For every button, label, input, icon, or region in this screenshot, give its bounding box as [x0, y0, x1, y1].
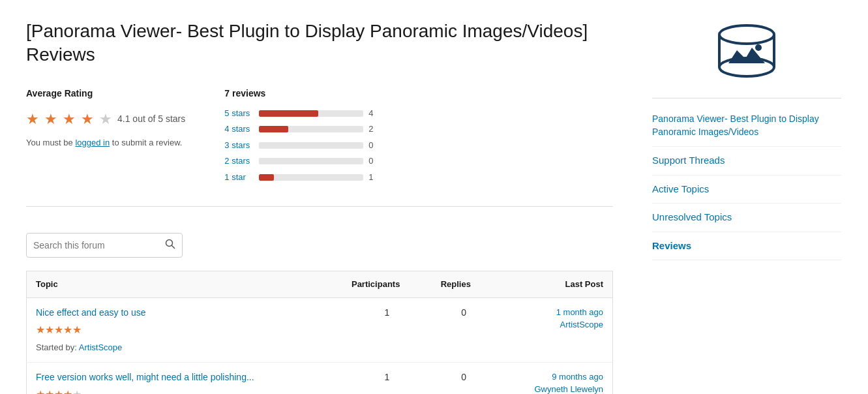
login-note: You must be logged in to submit a review… [26, 136, 185, 149]
bar-label-0[interactable]: 5 stars [224, 107, 254, 120]
login-link[interactable]: logged in [75, 138, 110, 147]
bar-track-2 [259, 142, 363, 149]
table-row: Free version works well, might need a li… [27, 362, 613, 394]
bar-label-2[interactable]: 3 stars [224, 139, 254, 152]
bar-fill-0 [259, 110, 318, 117]
search-button[interactable] [158, 234, 182, 257]
topic-star-0-4: ★ [72, 324, 82, 335]
star-4: ★ [81, 108, 94, 130]
topics-table: Topic Participants Replies Last Post Nic… [26, 271, 613, 394]
sidebar-link-reviews[interactable]: Reviews [652, 232, 841, 261]
bar-row-4: 1 star1 [224, 171, 613, 184]
topic-stars-0: ★★★★★ [36, 322, 333, 338]
bar-label-1[interactable]: 4 stars [224, 123, 254, 136]
search-wrapper [26, 233, 183, 258]
star-2: ★ [44, 108, 57, 130]
star-5: ★ [99, 108, 112, 130]
ratings-section: Average Rating ★ ★ ★ ★ ★ 4.1 out of 5 st… [26, 87, 613, 207]
col-replies: Replies [432, 271, 496, 298]
topic-star-0-3: ★ [63, 324, 72, 335]
topic-star-0-0: ★ [36, 324, 45, 335]
plugin-logo [714, 20, 779, 85]
last-post-user-1: Gwyneth Llewelyn [505, 383, 603, 394]
topic-stars-1: ★★★★★ [36, 387, 333, 394]
avg-score: 4.1 out of 5 stars [117, 112, 185, 126]
last-post-time-0: 1 month ago [505, 306, 603, 319]
topic-star-1-4: ★ [72, 389, 82, 394]
bar-track-4 [259, 174, 363, 181]
star-1: ★ [26, 108, 39, 130]
topic-star-1-3: ★ [63, 389, 72, 394]
last-post-cell-0: 1 month agoArtistScope [496, 297, 613, 362]
page-title: [Panorama Viewer- Best Plugin to Display… [26, 20, 613, 67]
topic-star-1-2: ★ [54, 389, 63, 394]
last-post-time-1: 9 months ago [505, 371, 603, 384]
search-input[interactable] [27, 235, 158, 256]
bar-count-3: 0 [368, 155, 378, 168]
avg-rating-block: Average Rating ★ ★ ★ ★ ★ 4.1 out of 5 st… [26, 87, 185, 187]
col-participants: Participants [342, 271, 432, 298]
svg-point-7 [755, 44, 762, 51]
bar-row-0: 5 stars4 [224, 107, 613, 120]
topic-star-1-1: ★ [45, 389, 54, 394]
topic-title-0[interactable]: Nice effect and easy to use [36, 306, 333, 320]
sidebar-top-divider [652, 98, 841, 98]
search-icon [165, 239, 175, 249]
replies-cell-0: 0 [432, 297, 496, 362]
bar-track-0 [259, 110, 363, 117]
topics-table-body: Nice effect and easy to use★★★★★Started … [27, 297, 613, 394]
participants-cell-1: 1 [342, 362, 432, 394]
search-section [26, 226, 613, 258]
topic-cell-1: Free version works well, might need a li… [27, 362, 342, 394]
sidebar-link-support[interactable]: Support Threads [652, 147, 841, 175]
sidebar-link-active[interactable]: Active Topics [652, 175, 841, 204]
bar-label-4[interactable]: 1 star [224, 171, 254, 184]
bar-count-4: 1 [368, 171, 378, 184]
bar-track-3 [259, 158, 363, 164]
replies-cell-1: 0 [432, 362, 496, 394]
plugin-logo-svg [714, 23, 779, 82]
col-topic: Topic [27, 271, 342, 298]
started-by-0: Started by: ArtistScope [36, 342, 122, 352]
bar-count-0: 4 [368, 107, 378, 120]
bar-row-1: 4 stars2 [224, 123, 613, 136]
last-post-cell-1: 9 months agoGwyneth Llewelyn [496, 362, 613, 394]
bar-row-2: 3 stars0 [224, 139, 613, 152]
topic-star-1-0: ★ [36, 389, 45, 394]
bar-fill-4 [259, 174, 273, 181]
svg-point-2 [719, 25, 774, 44]
bar-track-1 [259, 126, 363, 132]
sidebar-plugin-link[interactable]: Panorama Viewer- Best Plugin to Display … [652, 105, 841, 147]
reviews-total: 7 reviews [224, 87, 613, 100]
topic-cell-0: Nice effect and easy to use★★★★★Started … [27, 297, 342, 362]
bar-count-1: 2 [368, 123, 378, 136]
bar-label-3[interactable]: 2 stars [224, 155, 254, 168]
stars-display: ★ ★ ★ ★ ★ 4.1 out of 5 stars [26, 108, 185, 130]
participants-cell-0: 1 [342, 297, 432, 362]
table-row: Nice effect and easy to use★★★★★Started … [27, 297, 613, 362]
topics-table-header: Topic Participants Replies Last Post [27, 271, 613, 298]
star-3: ★ [63, 108, 76, 130]
bar-row-3: 2 stars0 [224, 155, 613, 168]
topic-title-1[interactable]: Free version works well, might need a li… [36, 371, 333, 384]
bar-fill-1 [259, 126, 288, 132]
col-lastpost: Last Post [496, 271, 613, 298]
main-content: [Panorama Viewer- Best Plugin to Display… [26, 20, 613, 394]
avg-rating-label: Average Rating [26, 87, 185, 100]
sidebar: Panorama Viewer- Best Plugin to Display … [652, 20, 841, 394]
bar-count-2: 0 [368, 139, 378, 152]
svg-line-1 [172, 246, 175, 249]
reviews-breakdown: 7 reviews 5 stars44 stars23 stars02 star… [224, 87, 613, 187]
started-by-user-0[interactable]: ArtistScope [79, 342, 122, 352]
bar-rows: 5 stars44 stars23 stars02 stars01 star1 [224, 107, 613, 184]
last-post-user-0: ArtistScope [505, 318, 603, 331]
sidebar-link-unresolved[interactable]: Unresolved Topics [652, 204, 841, 232]
topic-star-0-2: ★ [54, 324, 63, 335]
topic-star-0-1: ★ [45, 324, 54, 335]
